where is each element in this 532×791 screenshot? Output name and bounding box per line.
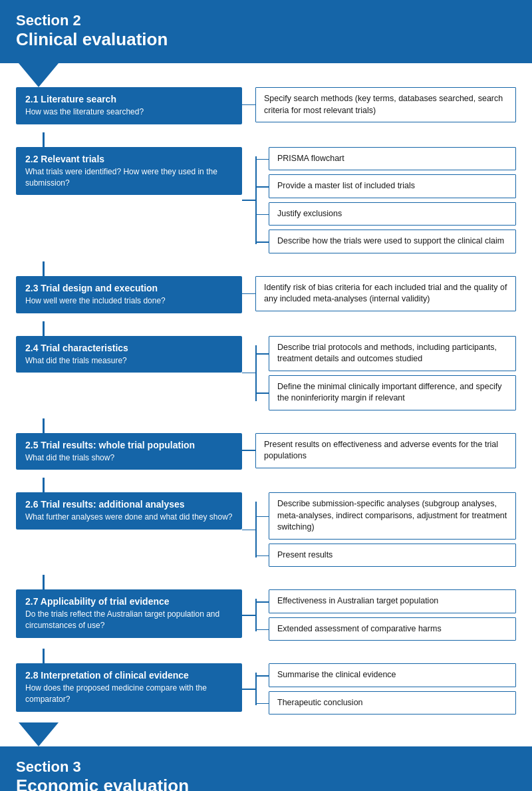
box-sub-2.8: How does the proposed medicine compare w… xyxy=(25,683,233,705)
h-line-2.6 xyxy=(242,530,255,531)
wrapper-2.6-1: Present results xyxy=(255,544,516,567)
footer-section-title: Economic evaluation xyxy=(16,776,516,791)
box-title-2.7: 2.7 Applicability of trial evidence xyxy=(25,596,233,607)
outline-box-2.2-1: Provide a master list of included trials xyxy=(269,174,516,198)
right-col-2.6: Describe submission-specific analyses (s… xyxy=(242,492,516,567)
outline-box-2.2-3: Describe how the trials were used to sup… xyxy=(269,230,516,253)
outline-box-2.2-0: PRISMA flowchart xyxy=(269,147,516,171)
box-sub-2.6: What further analyses were done and what… xyxy=(25,512,233,523)
h-bracket-2.4: Describe trial protocols and methods, in… xyxy=(242,336,516,410)
wrapper-2.2-3: Describe how the trials were used to sup… xyxy=(255,230,516,253)
blue-box-2.6: 2.6 Trial results: additional analysesWh… xyxy=(16,492,242,530)
h-line-2.4 xyxy=(242,373,255,374)
outline-box-2.7-0: Effectiveness in Australian target popul… xyxy=(269,589,516,613)
box-sub-2.2: What trials were identified? How were th… xyxy=(25,166,233,189)
flow-row-2.3: 2.3 Trial design and executionHow well w… xyxy=(16,276,516,313)
vert-line xyxy=(43,418,45,433)
bracket-2.7: Effectiveness in Australian target popul… xyxy=(255,589,516,641)
outline-box-2.3-0: Identify risk of bias criteria for each … xyxy=(255,276,516,311)
right-col-2.8: Summarise the clinical evidenceTherapeut… xyxy=(242,663,516,714)
vert-line xyxy=(43,132,45,147)
left-col-2.2: 2.2 Relevant trialsWhat trials were iden… xyxy=(16,147,242,196)
vert-line xyxy=(43,575,45,589)
section-title: Clinical evaluation xyxy=(16,29,516,50)
wrapper-2.4-0: Describe trial protocols and methods, in… xyxy=(255,336,516,371)
vert-line xyxy=(43,649,45,663)
wrapper-2.8-1: Therapeutic conclusion xyxy=(255,691,516,715)
h-line-2.2 xyxy=(242,200,255,201)
blue-box-2.7: 2.7 Applicability of trial evidenceDo th… xyxy=(16,589,242,638)
bracket-2.8: Summarise the clinical evidenceTherapeut… xyxy=(255,663,516,714)
flow-row-2.4: 2.4 Trial characteristicsWhat did the tr… xyxy=(16,336,516,410)
outline-box-2.4-0: Describe trial protocols and methods, in… xyxy=(269,336,516,371)
flow-row-2.6: 2.6 Trial results: additional analysesWh… xyxy=(16,492,516,567)
blue-box-2.4: 2.4 Trial characteristicsWhat did the tr… xyxy=(16,336,242,373)
box-sub-2.7: Do the trials reflect the Australian tar… xyxy=(25,609,233,631)
outline-box-2.6-1: Present results xyxy=(269,544,516,567)
bracket-2.6: Describe submission-specific analyses (s… xyxy=(255,492,516,567)
box-sub-2.1: How was the literature searched? xyxy=(25,106,233,118)
outline-box-2.1-0: Specify search methods (key terms, datab… xyxy=(255,87,516,122)
outline-box-2.6-0: Describe submission-specific analyses (s… xyxy=(269,492,516,540)
box-title-2.4: 2.4 Trial characteristics xyxy=(25,343,233,353)
box-sub-2.4: What did the trials measure? xyxy=(25,355,233,367)
right-col-2.7: Effectiveness in Australian target popul… xyxy=(242,589,516,641)
wrapper-2.2-0: PRISMA flowchart xyxy=(255,147,516,171)
left-col-2.3: 2.3 Trial design and executionHow well w… xyxy=(16,276,242,313)
box-title-2.8: 2.8 Interpretation of clinical evidence xyxy=(25,670,233,681)
left-col-2.8: 2.8 Interpretation of clinical evidenceH… xyxy=(16,663,242,712)
outline-box-2.7-1: Extended assessment of comparative harms xyxy=(269,617,516,641)
left-col-2.1: 2.1 Literature searchHow was the literat… xyxy=(16,87,242,124)
box-title-2.5: 2.5 Trial results: whole trial populatio… xyxy=(25,440,233,450)
flow-row-2.1: 2.1 Literature searchHow was the literat… xyxy=(16,87,516,124)
right-col-2.2: PRISMA flowchartProvide a master list of… xyxy=(242,147,516,253)
blue-box-2.8: 2.8 Interpretation of clinical evidenceH… xyxy=(16,663,242,712)
header-section: Section 2 Clinical evaluation xyxy=(0,0,532,63)
flow-row-2.2: 2.2 Relevant trialsWhat trials were iden… xyxy=(16,147,516,253)
box-sub-2.5: What did the trials show? xyxy=(25,452,233,464)
wrapper-2.2-2: Justify exclusions xyxy=(255,202,516,226)
top-arrow xyxy=(19,63,59,87)
outline-box-2.2-2: Justify exclusions xyxy=(269,202,516,226)
left-col-2.6: 2.6 Trial results: additional analysesWh… xyxy=(16,492,242,530)
wrapper-2.7-1: Extended assessment of comparative harms xyxy=(255,617,516,641)
left-col-2.7: 2.7 Applicability of trial evidenceDo th… xyxy=(16,589,242,638)
flow-row-2.5: 2.5 Trial results: whole trial populatio… xyxy=(16,433,516,470)
right-col-2.5: Present results on effectiveness and adv… xyxy=(242,433,516,468)
outline-box-2.5-0: Present results on effectiveness and adv… xyxy=(255,433,516,468)
wrapper-2.4-1: Define the minimal clinically important … xyxy=(255,375,516,410)
h-line-2.1 xyxy=(242,104,255,106)
blue-box-2.3: 2.3 Trial design and executionHow well w… xyxy=(16,276,242,313)
outline-box-2.8-1: Therapeutic conclusion xyxy=(269,691,516,715)
h-line-2.3 xyxy=(242,293,255,295)
h-bracket-2.8: Summarise the clinical evidenceTherapeut… xyxy=(242,663,516,714)
bracket-2.4: Describe trial protocols and methods, in… xyxy=(255,336,516,410)
h-bracket-2.2: PRISMA flowchartProvide a master list of… xyxy=(242,147,516,253)
bottom-arrow xyxy=(19,722,59,746)
flow-row-2.7: 2.7 Applicability of trial evidenceDo th… xyxy=(16,589,516,641)
blue-box-2.1: 2.1 Literature searchHow was the literat… xyxy=(16,87,242,124)
vert-line xyxy=(43,261,45,276)
box-title-2.2: 2.2 Relevant trials xyxy=(25,154,233,164)
wrapper-2.8-0: Summarise the clinical evidence xyxy=(255,663,516,687)
wrapper-2.6-0: Describe submission-specific analyses (s… xyxy=(255,492,516,540)
bracket-2.2: PRISMA flowchartProvide a master list of… xyxy=(255,147,516,253)
footer-section-number: Section 3 xyxy=(16,758,516,776)
box-title-2.1: 2.1 Literature search xyxy=(25,94,233,104)
h-line-2.5 xyxy=(242,450,255,451)
box-sub-2.3: How well were the included trials done? xyxy=(25,295,233,307)
blue-box-2.2: 2.2 Relevant trialsWhat trials were iden… xyxy=(16,147,242,196)
outline-box-2.8-0: Summarise the clinical evidence xyxy=(269,663,516,687)
blue-box-2.5: 2.5 Trial results: whole trial populatio… xyxy=(16,433,242,470)
vert-line xyxy=(43,478,45,492)
vert-line xyxy=(43,321,45,336)
outline-box-2.4-1: Define the minimal clinically important … xyxy=(269,375,516,410)
box-title-2.6: 2.6 Trial results: additional analyses xyxy=(25,499,233,510)
box-title-2.3: 2.3 Trial design and execution xyxy=(25,283,233,293)
h-bracket-2.6: Describe submission-specific analyses (s… xyxy=(242,492,516,567)
h-line-2.7 xyxy=(242,615,255,616)
right-col-2.3: Identify risk of bias criteria for each … xyxy=(242,276,516,311)
wrapper-2.7-0: Effectiveness in Australian target popul… xyxy=(255,589,516,613)
section-number: Section 2 xyxy=(16,12,516,29)
flow-row-2.8: 2.8 Interpretation of clinical evidenceH… xyxy=(16,663,516,714)
